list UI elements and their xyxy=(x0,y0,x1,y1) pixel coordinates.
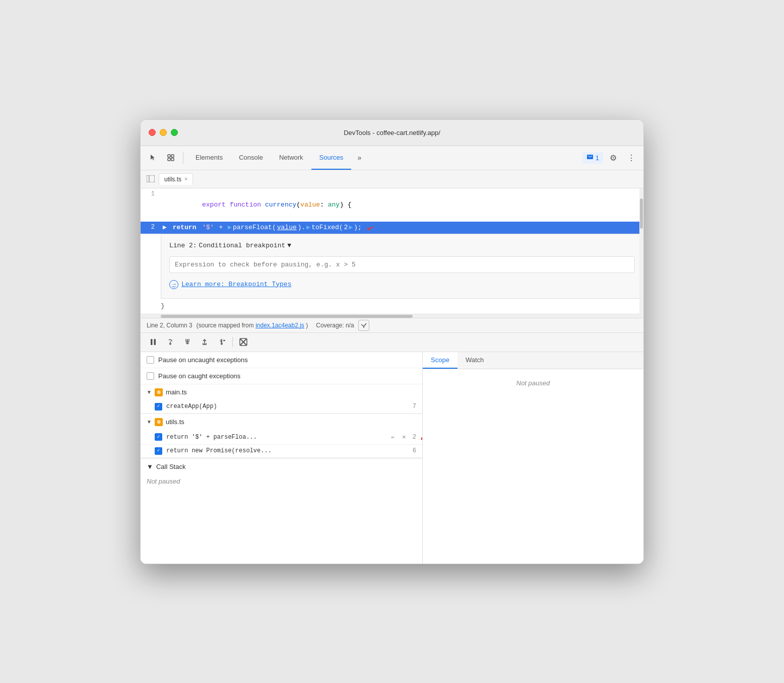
file-tab-utils[interactable]: utils.ts × xyxy=(159,173,193,185)
scrollbar-thumb-vertical[interactable] xyxy=(640,198,643,229)
source-map-link[interactable]: index.1ac4eab2.js xyxy=(255,322,304,329)
call-stack-header[interactable]: ▼ Call Stack xyxy=(141,458,422,474)
breakpoint-line-label: Line 2: xyxy=(169,240,197,251)
bp-item-line-parsefloat: 2 xyxy=(413,434,416,441)
cursor-position: Line 2, Column 3 xyxy=(147,322,192,329)
step-button[interactable] xyxy=(215,335,228,349)
window-title: DevTools - coffee-cart.netlify.app/ xyxy=(344,129,440,136)
pause-caught-row: Pause on caught exceptions xyxy=(141,368,422,384)
file-icon-main: ⚙ xyxy=(155,388,163,396)
bp-section-main-filename: main.ts xyxy=(166,388,187,396)
bp-item-actions: ✏ ✕ xyxy=(388,433,409,442)
bp-section-main-header[interactable]: ▼ ⚙ main.ts xyxy=(141,384,422,400)
bp-item-text-promise: return new Promise(resolve... xyxy=(166,447,409,454)
call-stack-content: Not paused xyxy=(141,474,422,488)
pause-uncaught-checkbox[interactable] xyxy=(147,356,154,364)
bp-checkbox-createapp[interactable] xyxy=(155,403,162,411)
devtools-window: DevTools - coffee-cart.netlify.app/ Elem… xyxy=(140,119,644,564)
code-line-2: 2 ▶ return '$' + ▶parseFloat(value).▶toF… xyxy=(141,222,643,234)
minimize-button[interactable] xyxy=(160,129,167,136)
tab-console[interactable]: Console xyxy=(231,146,271,170)
pause-uncaught-label: Pause on uncaught exceptions xyxy=(158,356,248,364)
bp-item-createapp: createApp(App) 7 xyxy=(141,400,422,414)
title-bar: DevTools - coffee-cart.netlify.app/ xyxy=(141,120,643,146)
scope-not-paused: Not paused xyxy=(423,369,643,397)
code-editor[interactable]: 1 export function currency(value: any) {… xyxy=(141,188,643,314)
svg-rect-5 xyxy=(147,175,155,182)
edit-breakpoint-button[interactable]: ✏ xyxy=(388,433,398,442)
step-into-button[interactable] xyxy=(181,335,194,349)
svg-rect-1 xyxy=(171,155,174,157)
pause-caught-label: Pause on caught exceptions xyxy=(158,372,240,380)
svg-rect-8 xyxy=(154,339,156,345)
step-out-button[interactable] xyxy=(198,335,211,349)
bp-section-utils-header[interactable]: ▼ ⚙ utils.ts xyxy=(141,414,422,430)
file-tab-close[interactable]: × xyxy=(184,176,187,182)
breakpoint-title: Line 2: Conditional breakpoint ▼ xyxy=(169,240,635,251)
line-number-1: 1 xyxy=(141,188,161,199)
toggle-sidebar-button[interactable] xyxy=(145,173,157,185)
bp-section-utils: ▼ ⚙ utils.ts return '$' + parseFloa... ✏… xyxy=(141,414,422,458)
devtools-toolbar: Elements Console Network Sources » 1 xyxy=(141,146,643,170)
breakpoint-learn-more-link[interactable]: → Learn more: Breakpoint Types xyxy=(169,279,635,290)
bp-section-main: ▼ ⚙ main.ts createApp(App) 7 xyxy=(141,384,422,414)
pause-uncaught-row: Pause on uncaught exceptions xyxy=(141,352,422,368)
bp-checkbox-promise[interactable] xyxy=(155,447,162,455)
source-map-text: (source mapped from index.1ac4eab2.js ) xyxy=(197,322,308,329)
maximize-button[interactable] xyxy=(171,129,178,136)
code-line-1: 1 export function currency(value: any) { xyxy=(141,188,643,222)
status-bar: Line 2, Column 3 (source mapped from ind… xyxy=(141,318,643,333)
breakpoint-type-label: Conditional breakpoint xyxy=(199,240,286,251)
more-menu-button[interactable]: ⋮ xyxy=(623,150,639,166)
pause-caught-checkbox[interactable] xyxy=(147,372,154,380)
horizontal-scrollbar[interactable] xyxy=(141,314,643,318)
line-content-1: export function currency(value: any) { xyxy=(161,188,643,222)
line-number-2: 2 xyxy=(141,222,161,233)
svg-rect-2 xyxy=(168,158,170,161)
debug-divider xyxy=(232,337,233,347)
breakpoint-expression-input[interactable] xyxy=(169,256,635,273)
notification-button[interactable]: 1 xyxy=(582,152,603,164)
left-panel[interactable]: Pause on uncaught exceptions Pause on ca… xyxy=(141,352,423,564)
editor-area[interactable]: 1 export function currency(value: any) {… xyxy=(141,188,643,318)
right-panel: Scope Watch Not paused xyxy=(423,352,643,564)
debugger-toolbar xyxy=(141,333,643,352)
inspect-icon[interactable] xyxy=(163,150,179,166)
step-over-button[interactable] xyxy=(164,335,177,349)
tab-sources[interactable]: Sources xyxy=(311,146,352,170)
coverage-button[interactable] xyxy=(358,320,369,331)
pointer-icon[interactable] xyxy=(145,150,161,166)
notification-count: 1 xyxy=(596,154,599,162)
toolbar-divider xyxy=(183,152,183,164)
pause-button[interactable] xyxy=(147,335,160,349)
breakpoint-tooltip: Line 2: Conditional breakpoint ▼ → Learn… xyxy=(161,234,643,299)
svg-rect-0 xyxy=(168,155,170,157)
bp-checkbox-parsefloat[interactable] xyxy=(155,433,162,441)
deactivate-breakpoints-button[interactable] xyxy=(237,335,250,349)
tab-elements[interactable]: Elements xyxy=(187,146,231,170)
svg-rect-7 xyxy=(151,339,153,345)
tab-network[interactable]: Network xyxy=(271,146,311,170)
collapse-arrow-main: ▼ xyxy=(147,389,152,395)
toolbar-right: 1 ⚙ ⋮ xyxy=(582,150,639,166)
bp-item-parsefloat: return '$' + parseFloa... ✏ ✕ 2 ↙ xyxy=(141,430,422,445)
red-arrow-annotation: ↙ xyxy=(419,430,423,445)
close-button[interactable] xyxy=(149,129,156,136)
tab-watch[interactable]: Watch xyxy=(458,352,492,369)
vertical-scrollbar[interactable] xyxy=(639,188,643,318)
more-tabs-button[interactable]: » xyxy=(351,150,367,166)
bottom-panel: Pause on uncaught exceptions Pause on ca… xyxy=(141,352,643,564)
call-stack-arrow: ▼ xyxy=(147,463,153,470)
bp-item-line-promise: 6 xyxy=(413,447,416,454)
coverage-text: Coverage: n/a xyxy=(316,322,354,329)
remove-breakpoint-button[interactable]: ✕ xyxy=(400,433,409,442)
tab-scope[interactable]: Scope xyxy=(423,352,458,369)
file-icon-utils: ⚙ xyxy=(155,418,163,426)
breakpoint-dropdown-icon[interactable]: ▼ xyxy=(287,240,291,251)
line-content-2: ▶ return '$' + ▶parseFloat(value).▶toFix… xyxy=(161,222,643,234)
bp-item-text-createapp: createApp(App) xyxy=(166,403,409,410)
settings-button[interactable]: ⚙ xyxy=(605,150,621,166)
scrollbar-thumb-horizontal[interactable] xyxy=(161,315,413,318)
bp-item-promise: return new Promise(resolve... 6 xyxy=(141,445,422,458)
bp-item-line-createapp: 7 xyxy=(413,403,416,410)
